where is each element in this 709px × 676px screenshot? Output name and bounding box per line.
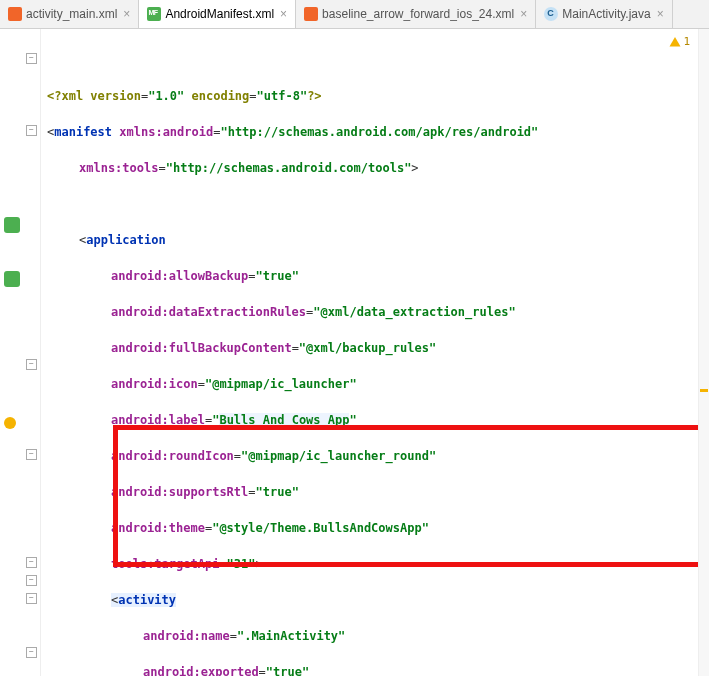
tab-label: activity_main.xml — [26, 7, 117, 21]
warning-icon — [669, 36, 681, 48]
run-gutter-icon[interactable] — [4, 217, 20, 233]
code-line: <manifest xmlns:android="http://schemas.… — [47, 123, 698, 141]
tab-activity-main[interactable]: activity_main.xml × — [0, 0, 139, 28]
tab-baseline-arrow[interactable]: baseline_arrow_forward_ios_24.xml × — [296, 0, 536, 28]
close-icon[interactable]: × — [123, 7, 130, 21]
fold-toggle-icon[interactable]: − — [26, 449, 37, 460]
fold-toggle-icon[interactable]: − — [26, 557, 37, 568]
java-icon — [544, 7, 558, 21]
error-stripe[interactable] — [698, 29, 709, 676]
run-gutter-icon[interactable] — [4, 271, 20, 287]
editor-tabs: activity_main.xml × AndroidManifest.xml … — [0, 0, 709, 29]
code-line: <?xml version="1.0" encoding="utf-8"?> — [47, 87, 698, 105]
fold-toggle-icon[interactable]: − — [26, 575, 37, 586]
code-line: android:supportsRtl="true" — [47, 483, 698, 501]
fold-toggle-icon[interactable]: − — [26, 125, 37, 136]
code-line: android:theme="@style/Theme.BullsAndCows… — [47, 519, 698, 537]
code-line: <application — [47, 231, 698, 249]
close-icon[interactable]: × — [280, 7, 287, 21]
code-line: android:label="Bulls And Cows App" — [47, 411, 698, 429]
fold-toggle-icon[interactable]: − — [26, 53, 37, 64]
xml-icon — [8, 7, 22, 21]
code-line: android:roundIcon="@mipmap/ic_launcher_r… — [47, 447, 698, 465]
code-line: android:fullBackupContent="@xml/backup_r… — [47, 339, 698, 357]
fold-column: − − − − − − − − — [24, 29, 40, 676]
code-line: android:exported="true" — [47, 663, 698, 676]
warning-marker[interactable] — [700, 389, 708, 392]
close-icon[interactable]: × — [657, 7, 664, 21]
code-editor[interactable]: 1 <?xml version="1.0" encoding="utf-8"?>… — [41, 29, 698, 676]
code-line: xmlns:tools="http://schemas.android.com/… — [47, 159, 698, 177]
xml-icon — [304, 7, 318, 21]
code-line: android:dataExtractionRules="@xml/data_e… — [47, 303, 698, 321]
warnings-count: 1 — [683, 33, 690, 51]
intention-bulb-icon[interactable] — [4, 417, 16, 429]
fold-toggle-icon[interactable]: − — [26, 647, 37, 658]
editor-area: − − − − − − − − 1 <?xml version="1.0" en… — [0, 29, 709, 676]
code-line — [47, 195, 698, 213]
manifest-icon — [147, 7, 161, 21]
code-line: tools:targetApi="31"> — [47, 555, 698, 573]
gutter: − − − − − − − − — [0, 29, 41, 676]
tab-label: baseline_arrow_forward_ios_24.xml — [322, 7, 514, 21]
tab-android-manifest[interactable]: AndroidManifest.xml × — [139, 0, 296, 28]
tab-main-activity-java[interactable]: MainActivity.java × — [536, 0, 673, 28]
code-line: android:name=".MainActivity" — [47, 627, 698, 645]
fold-toggle-icon[interactable]: − — [26, 359, 37, 370]
code-line: <activity — [47, 591, 698, 609]
tab-label: AndroidManifest.xml — [165, 7, 274, 21]
code-line: android:allowBackup="true" — [47, 267, 698, 285]
fold-toggle-icon[interactable]: − — [26, 593, 37, 604]
warnings-indicator[interactable]: 1 — [669, 33, 690, 51]
close-icon[interactable]: × — [520, 7, 527, 21]
code-line: android:icon="@mipmap/ic_launcher" — [47, 375, 698, 393]
tab-label: MainActivity.java — [562, 7, 650, 21]
